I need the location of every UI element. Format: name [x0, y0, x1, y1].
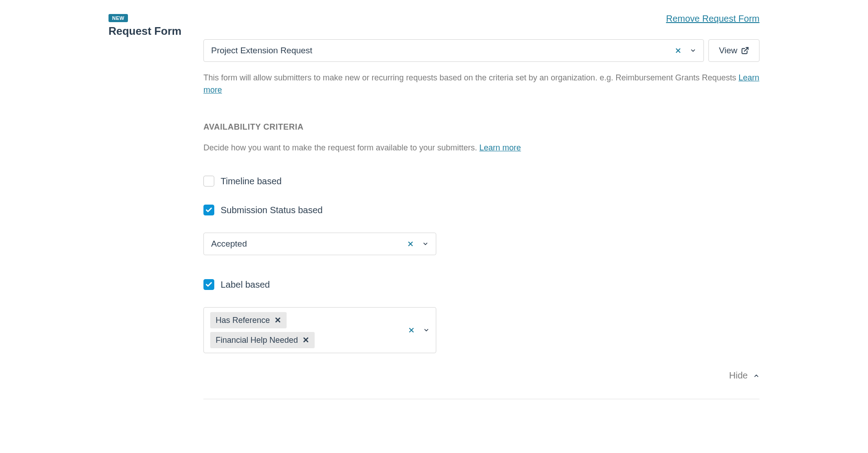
label-based-checkbox[interactable] — [203, 279, 214, 290]
svg-line-2 — [745, 47, 748, 51]
timeline-based-checkbox[interactable] — [203, 176, 214, 187]
new-badge: NEW — [108, 14, 128, 22]
submission-status-checkbox[interactable] — [203, 205, 214, 215]
availability-description: Decide how you want to make the request … — [203, 142, 760, 154]
form-select-value: Project Extension Request — [211, 46, 675, 56]
label-based-dropdown[interactable]: Has Reference ✕ Financial Help Needed ✕ — [203, 307, 436, 353]
external-link-icon — [741, 47, 749, 55]
tag-item: Financial Help Needed ✕ — [210, 332, 315, 348]
view-button[interactable]: View — [708, 39, 760, 62]
chevron-down-icon[interactable] — [690, 47, 696, 54]
hide-label: Hide — [729, 370, 748, 381]
submission-status-label: Submission Status based — [221, 205, 323, 215]
clear-labels-icon[interactable] — [408, 327, 415, 334]
remove-request-form-link[interactable]: Remove Request Form — [666, 14, 760, 24]
tag-item: Has Reference ✕ — [210, 312, 287, 328]
timeline-based-label: Timeline based — [221, 176, 282, 187]
status-chevron-down-icon[interactable] — [422, 241, 429, 247]
form-description: This form will allow submitters to make … — [203, 72, 760, 96]
section-divider — [203, 399, 760, 399]
tag-label: Has Reference — [216, 316, 270, 325]
clear-status-icon[interactable] — [407, 240, 414, 248]
form-select-dropdown[interactable]: Project Extension Request — [203, 39, 704, 62]
hide-toggle[interactable]: Hide — [203, 370, 760, 381]
clear-icon[interactable] — [675, 47, 682, 54]
submission-status-dropdown[interactable]: Accepted — [203, 233, 436, 255]
submission-status-value: Accepted — [211, 239, 407, 249]
section-title: Request Form — [108, 25, 203, 37]
availability-learn-more-link[interactable]: Learn more — [479, 143, 521, 152]
availability-criteria-title: AVAILABILITY CRITERIA — [203, 122, 760, 132]
label-based-label: Label based — [221, 280, 270, 290]
tag-remove-icon[interactable]: ✕ — [302, 335, 309, 345]
chevron-up-icon — [753, 373, 760, 379]
view-button-label: View — [719, 46, 737, 56]
labels-chevron-down-icon[interactable] — [423, 327, 429, 333]
tag-remove-icon[interactable]: ✕ — [274, 315, 281, 325]
tag-label: Financial Help Needed — [216, 336, 298, 345]
